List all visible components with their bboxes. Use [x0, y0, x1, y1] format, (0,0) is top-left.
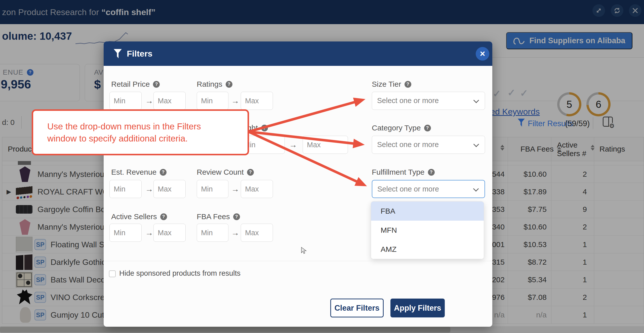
range-arrow-icon: → — [231, 180, 240, 198]
hide-sponsored-label: Hide sponsored products from results — [119, 269, 240, 277]
modal-divider — [104, 261, 492, 261]
review-count-label: Review Count? — [197, 168, 254, 176]
size-tier-select[interactable]: Select one or more — [372, 92, 485, 110]
help-icon[interactable]: ? — [405, 81, 411, 88]
active-sellers-min-input[interactable] — [109, 224, 142, 242]
retail-price-label: Retail Price? — [111, 80, 160, 88]
callout-text-line2: window to specify additional criteria. — [47, 133, 248, 144]
help-icon[interactable]: ? — [160, 213, 167, 220]
help-icon[interactable]: ? — [160, 169, 167, 176]
range-arrow-icon: → — [231, 224, 240, 242]
review-count-min-input[interactable] — [197, 180, 228, 198]
filters-modal: Filters × Retail Price? → Ratings? → Siz… — [104, 41, 492, 327]
est-revenue-label: Est. Revenue? — [111, 168, 167, 176]
range-arrow-icon: → — [231, 92, 240, 110]
dropdown-option-mfn[interactable]: MFN — [371, 221, 484, 240]
active-sellers-label: Active Sellers? — [111, 212, 167, 221]
dropdown-option-fba[interactable]: FBA — [371, 202, 484, 221]
hide-sponsored-checkbox[interactable] — [109, 270, 116, 277]
dropdown-option-amz[interactable]: AMZ — [371, 240, 484, 259]
filters-modal-header: Filters × — [104, 41, 492, 66]
clear-filters-button[interactable]: Clear Filters — [330, 299, 384, 317]
tutorial-callout: Use the drop-down menus in the Filters w… — [32, 109, 249, 155]
retail-price-max-input[interactable] — [153, 92, 186, 110]
help-icon[interactable]: ? — [428, 169, 435, 176]
size-tier-label: Size Tier? — [372, 80, 411, 88]
fba-fees-label: FBA Fees? — [197, 212, 240, 221]
help-icon[interactable]: ? — [153, 81, 160, 88]
fba-fees-min-input[interactable] — [197, 224, 228, 242]
apply-filters-button[interactable]: Apply Filters — [390, 299, 445, 317]
range-arrow-icon: → — [289, 136, 298, 154]
help-icon[interactable]: ? — [247, 169, 254, 176]
ratings-min-input[interactable] — [197, 92, 228, 110]
review-count-max-input[interactable] — [241, 180, 273, 198]
filter-funnel-icon — [114, 49, 122, 58]
retail-price-min-input[interactable] — [109, 92, 142, 110]
range-arrow-icon: → — [145, 92, 154, 110]
range-arrow-icon: → — [145, 224, 154, 242]
chevron-down-icon — [473, 186, 479, 192]
help-icon[interactable]: ? — [233, 213, 240, 220]
est-revenue-max-input[interactable] — [153, 180, 186, 198]
active-sellers-max-input[interactable] — [153, 224, 186, 242]
fba-fees-max-input[interactable] — [241, 224, 273, 242]
fulfillment-type-label: Fulfillment Type? — [372, 168, 435, 176]
category-type-select[interactable]: Select one or more — [372, 136, 485, 154]
fulfillment-type-select[interactable]: Select one or more — [372, 180, 485, 198]
help-icon[interactable]: ? — [226, 81, 232, 88]
filters-modal-title: Filters — [127, 41, 152, 66]
callout-text-line1: Use the drop-down menus in the Filters — [47, 121, 248, 131]
help-icon[interactable]: ? — [424, 125, 431, 131]
chevron-down-icon — [473, 141, 479, 147]
ratings-label: Ratings? — [197, 80, 232, 88]
fulfillment-type-dropdown: FBAMFNAMZ — [371, 201, 484, 259]
filters-close-button[interactable]: × — [476, 47, 489, 61]
ratings-max-input[interactable] — [241, 92, 273, 110]
chevron-down-icon — [473, 98, 479, 103]
category-type-label: Category Type? — [372, 124, 431, 132]
help-icon[interactable]: ? — [261, 125, 268, 131]
weight-max-input[interactable] — [303, 136, 348, 154]
est-revenue-min-input[interactable] — [109, 180, 142, 198]
range-arrow-icon: → — [145, 180, 154, 198]
